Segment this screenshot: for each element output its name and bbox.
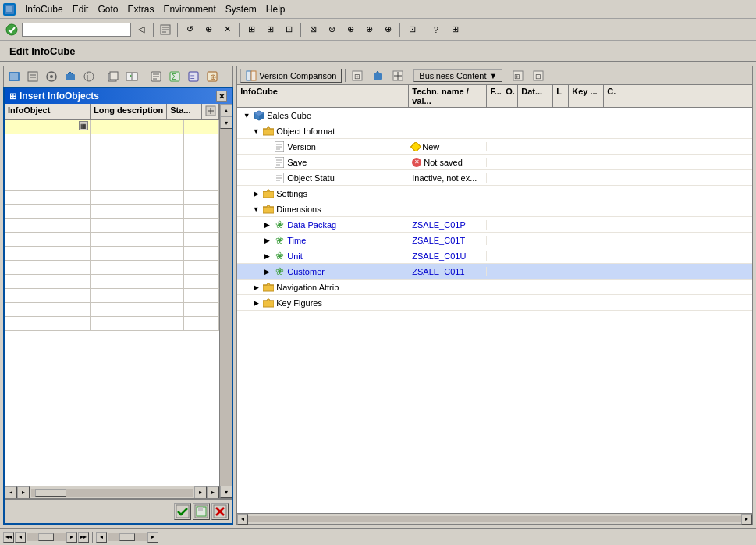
table-row[interactable] <box>5 162 219 176</box>
toolbar-check-btn[interactable] <box>3 21 20 38</box>
tree-row-time[interactable]: ▶ ❀ Time ZSALE_C01T <box>237 233 752 248</box>
business-content-btn[interactable]: Business Content ▼ <box>413 69 502 82</box>
toolbar-btn-c[interactable]: ⊡ <box>280 21 297 38</box>
table-row[interactable] <box>5 289 219 303</box>
tree-row-customer[interactable]: ▶ ❀ Customer ZSALE_C011 <box>237 264 752 280</box>
menu-environment[interactable]: Environment <box>158 3 220 16</box>
toolbar-search-input[interactable] <box>22 23 131 37</box>
toggle-key-figures[interactable]: ▶ <box>251 298 261 308</box>
toolbar-btn-e[interactable]: ⊛ <box>323 21 340 38</box>
toolbar-x-btn[interactable]: ✕ <box>218 21 236 38</box>
lt-btn-4[interactable] <box>62 68 79 85</box>
table-row[interactable] <box>5 191 219 205</box>
status-scroll-thumb[interactable] <box>38 533 54 541</box>
dialog-vscrollbar[interactable]: ▴ ▾ ▾ <box>219 104 232 498</box>
rh-btn-4[interactable]: ⊞ <box>509 67 527 84</box>
status-rscroll-left-btn[interactable]: ◂ <box>96 532 107 543</box>
toggle-time[interactable]: ▶ <box>262 236 272 245</box>
right-hscroll-right[interactable]: ▸ <box>741 514 752 525</box>
lt-btn-9[interactable]: Σ <box>166 68 183 85</box>
lt-btn-1[interactable] <box>5 68 23 85</box>
lt-btn-10[interactable]: ≡ <box>185 68 202 85</box>
table-row[interactable] <box>5 148 219 162</box>
status-rscroll-thumb[interactable] <box>119 533 135 541</box>
toggle-dimensions[interactable]: ▼ <box>251 205 261 214</box>
dialog-cancel-btn[interactable] <box>211 503 229 520</box>
toolbar-back-btn[interactable]: ◁ <box>133 21 150 38</box>
vscroll-track[interactable] <box>220 129 232 486</box>
hscroll-rend-btn[interactable]: ▸ <box>207 486 219 499</box>
tree-row-unit[interactable]: ▶ ❀ Unit ZSALE_C01U <box>237 248 752 264</box>
status-rscroll-track[interactable] <box>108 533 147 541</box>
hscroll-right-btn[interactable]: ▸ <box>17 486 30 499</box>
tree-row-sales-cube[interactable]: ▼ Sales Cube <box>237 108 752 123</box>
toggle-nav-attrib[interactable]: ▶ <box>251 283 261 292</box>
toolbar-nav-btn[interactable]: ⊕ <box>200 21 217 38</box>
toggle-unit[interactable]: ▶ <box>262 251 272 261</box>
status-scroll-track[interactable] <box>27 533 66 541</box>
toolbar-btn-j[interactable]: ⊞ <box>446 21 463 38</box>
toggle-data-package[interactable]: ▶ <box>262 220 272 230</box>
rh-btn-1[interactable]: ⊞ <box>349 67 366 84</box>
toolbar-btn-g[interactable]: ⊕ <box>360 21 378 38</box>
dialog-close-btn[interactable]: ✕ <box>216 91 227 102</box>
table-row[interactable] <box>5 205 219 219</box>
tree-row-save[interactable]: ▶ Save ✕ Not saved <box>237 155 752 170</box>
toolbar-btn-i[interactable]: ⊡ <box>403 21 421 38</box>
lt-btn-7[interactable] <box>123 68 140 85</box>
tree-row-nav-attrib[interactable]: ▶ Navigation Attrib <box>237 280 752 295</box>
vscroll-down-btn[interactable]: ▾ <box>220 116 232 129</box>
status-scroll-prev-btn[interactable]: ◂ <box>15 532 26 543</box>
rh-btn-5[interactable]: ⊡ <box>530 67 547 84</box>
menu-help[interactable]: Help <box>261 3 290 16</box>
menu-system[interactable]: System <box>221 3 261 16</box>
dialog-ok-btn[interactable] <box>174 503 191 520</box>
toolbar-btn-h[interactable]: ⊕ <box>379 21 396 38</box>
menu-edit[interactable]: Edit <box>68 3 94 16</box>
status-rscroll-right-btn[interactable]: ▸ <box>147 532 158 543</box>
col-expand[interactable] <box>202 104 219 119</box>
lt-btn-8[interactable] <box>147 68 165 85</box>
table-row[interactable]: ▦ <box>5 120 219 134</box>
dialog-save-btn[interactable] <box>193 503 210 520</box>
right-hscrollbar[interactable]: ◂ ▸ <box>237 513 752 524</box>
table-row[interactable] <box>5 233 219 247</box>
hscroll-end-btn[interactable]: ▸ <box>194 486 207 499</box>
menu-extras[interactable]: Extras <box>122 3 158 16</box>
dialog-hscrollbar[interactable]: ◂ ▸ ▸ ▸ <box>5 486 219 498</box>
toolbar-btn-b[interactable]: ⊞ <box>261 21 279 38</box>
right-hscroll-left[interactable]: ◂ <box>237 514 248 525</box>
status-scroll-left[interactable]: ◂◂ ◂ ▸ ▸▸ <box>3 532 89 543</box>
tree-row-key-figures[interactable]: ▶ Key Figures <box>237 295 752 311</box>
lt-btn-2[interactable] <box>24 68 41 85</box>
toggle-obj-info[interactable]: ▼ <box>251 126 261 136</box>
toolbar-btn-d[interactable]: ⊠ <box>304 21 321 38</box>
hscroll-track[interactable] <box>31 489 193 497</box>
tree-row-obj-info[interactable]: ▼ Object Informat <box>237 123 752 139</box>
version-comparison-btn[interactable]: Version Comparison <box>240 69 342 83</box>
menu-infocube[interactable]: InfoCube <box>20 3 68 16</box>
rh-btn-3[interactable] <box>389 67 406 84</box>
hscroll-left-btn[interactable]: ◂ <box>5 486 17 499</box>
table-row[interactable] <box>5 219 219 233</box>
toggle-sales-cube[interactable]: ▼ <box>242 111 251 120</box>
menu-goto[interactable]: Goto <box>93 3 122 16</box>
vscroll-up-btn[interactable]: ▴ <box>220 104 232 116</box>
table-row[interactable] <box>5 303 219 317</box>
table-row[interactable] <box>5 317 219 331</box>
lt-btn-11[interactable]: ⊕ <box>204 68 221 85</box>
table-row[interactable] <box>5 176 219 191</box>
lt-btn-6[interactable] <box>105 68 122 85</box>
toggle-customer[interactable]: ▶ <box>262 267 272 276</box>
toolbar-btn-a[interactable]: ⊞ <box>243 21 260 38</box>
toolbar-page-btn[interactable] <box>157 21 174 38</box>
lt-btn-5[interactable]: i <box>80 68 98 85</box>
tree-row-version[interactable]: ▶ Version New <box>237 139 752 155</box>
tree-row-data-package[interactable]: ▶ ❀ Data Packag ZSALE_C01P <box>237 217 752 233</box>
status-scroll-end-btn[interactable]: ▸▸ <box>78 532 89 543</box>
table-row[interactable] <box>5 261 219 275</box>
status-scroll-left-btn[interactable]: ◂◂ <box>3 532 14 543</box>
table-row[interactable] <box>5 247 219 261</box>
toolbar-help-btn[interactable]: ? <box>428 21 445 38</box>
cell-infoobj-1[interactable]: ▦ <box>5 120 91 134</box>
